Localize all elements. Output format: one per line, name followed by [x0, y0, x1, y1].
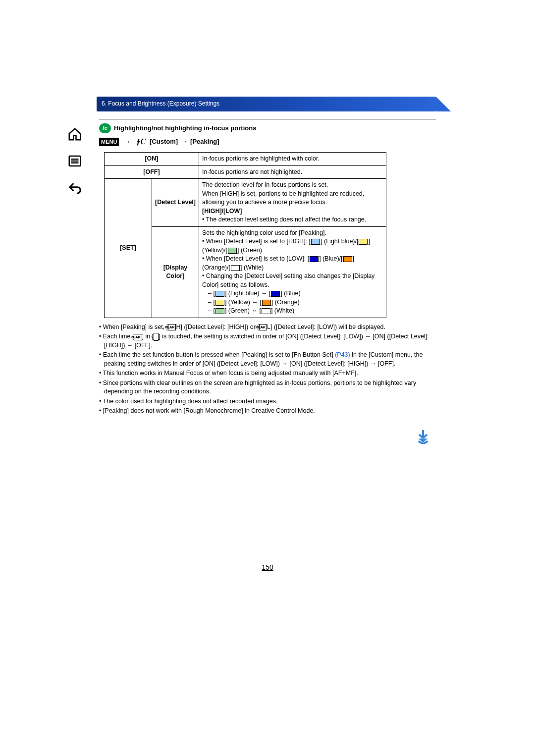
tab-chevron-icon: ‹ — [154, 333, 159, 341]
fc-symbol-icon: ƒC — [136, 136, 146, 147]
off-label: [OFF] — [105, 165, 199, 179]
note-item: • Each time [PEAK] in [‹] is touched, th… — [99, 332, 436, 350]
swatch-white — [262, 308, 270, 314]
continue-arrow-icon[interactable] — [415, 428, 431, 444]
peak-icon: PEAK — [259, 324, 267, 330]
page-link[interactable]: (P43) — [335, 351, 350, 358]
peak-icon: PEAK — [134, 334, 142, 340]
home-icon[interactable] — [67, 126, 83, 142]
set-label: [SET] — [105, 179, 152, 318]
bidirectional-arrow-icon: ↔ — [251, 307, 258, 314]
detect-level-label: [Detect Level] — [152, 179, 199, 227]
note-item: • Since portions with clear outlines on … — [99, 379, 436, 396]
arrow-icon: → — [124, 137, 130, 146]
swatch-green — [215, 308, 224, 314]
note-item: • When [Peaking] is set, [PEAKH] ([Detec… — [99, 323, 436, 332]
path-custom: [Custom] — [150, 137, 178, 146]
off-description: In-focus portions are not highlighted. — [199, 165, 386, 179]
notes-list: • When [Peaking] is set, [PEAKH] ([Detec… — [99, 323, 436, 416]
section-title-row: fc Highlighting/not highlighting in-focu… — [99, 123, 436, 133]
on-label: [ON] — [105, 153, 199, 166]
peak-icon: PEAK — [168, 324, 176, 330]
detect-level-description: The detection level for in-focus portion… — [199, 179, 386, 227]
swatch-yellow — [359, 239, 368, 245]
horizontal-rule — [99, 119, 436, 119]
on-description: In-focus portions are highlighted with c… — [199, 153, 386, 166]
note-item: • The color used for highlighting does n… — [99, 397, 436, 406]
swatch-lightblue — [311, 239, 320, 245]
swatch-yellow — [215, 300, 224, 306]
options-table: [ON] In-focus portions are highlighted w… — [104, 152, 386, 318]
chapter-title: 6. Focus and Brightness (Exposure) Setti… — [102, 100, 219, 107]
swatch-lightblue — [215, 291, 224, 297]
arrow-icon: → — [181, 137, 187, 146]
back-icon[interactable] — [67, 180, 83, 196]
bidirectional-arrow-icon: ↔ — [261, 290, 268, 297]
path-peaking: [Peaking] — [190, 137, 219, 146]
chapter-banner: 6. Focus and Brightness (Exposure) Setti… — [97, 97, 436, 111]
contents-icon[interactable] — [67, 153, 83, 169]
menu-badge: MENU — [99, 138, 119, 146]
page-number: 150 — [0, 563, 535, 573]
bidirectional-arrow-icon: ↔ — [252, 299, 258, 306]
display-color-label: [Display Color] — [152, 226, 199, 318]
swatch-white — [231, 265, 240, 271]
swatch-orange — [262, 300, 271, 306]
display-color-description: Sets the highlighting color used for [Pe… — [199, 226, 386, 318]
fc-badge-icon: fc — [99, 123, 111, 133]
swatch-blue — [310, 256, 319, 262]
swatch-blue — [271, 291, 280, 297]
swatch-orange — [343, 256, 352, 262]
section-title: Highlighting/not highlighting in-focus p… — [114, 124, 256, 133]
note-item: • Each time the set function button is p… — [99, 351, 436, 368]
note-item: • This function works in Manual Focus or… — [99, 369, 436, 378]
note-item: • [Peaking] does not work with [Rough Mo… — [99, 407, 436, 416]
swatch-green — [228, 248, 237, 254]
menu-path: MENU → ƒC [Custom] → [Peaking] — [99, 136, 436, 147]
